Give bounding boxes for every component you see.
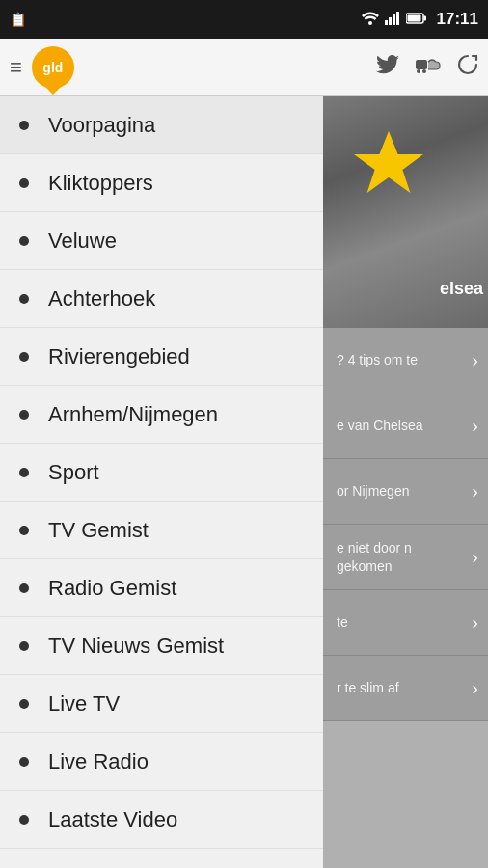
content-item[interactable]: or Nijmegen› <box>323 459 488 525</box>
sidebar-item-voorpagina[interactable]: Voorpagina <box>0 96 323 154</box>
content-items-list: ? 4 tips om te›e van Chelsea›or Nijmegen… <box>323 328 488 721</box>
main-layout: VoorpaginaKliktoppersVeluweAchterhoekRiv… <box>0 96 488 868</box>
svg-rect-4 <box>396 12 399 25</box>
sidebar: VoorpaginaKliktoppersVeluweAchterhoekRiv… <box>0 96 323 868</box>
sidebar-item-label: Sport <box>48 460 99 485</box>
sidebar-item-label: Kliktoppers <box>48 171 153 196</box>
app-logo: gld <box>32 46 74 89</box>
svg-rect-2 <box>389 17 392 25</box>
sidebar-item-label: TV Nieuws Gemist <box>48 634 224 659</box>
sidebar-bullet <box>19 526 29 535</box>
status-left-icons: 📋 <box>10 12 26 27</box>
content-area: elsea ? 4 tips om te›e van Chelsea›or Ni… <box>323 96 488 868</box>
twitter-icon[interactable] <box>376 55 399 80</box>
content-item-text: or Nijmegen <box>337 482 464 500</box>
sidebar-item-laatste-video[interactable]: Laatste Video <box>0 791 323 849</box>
sidebar-bullet <box>19 699 29 709</box>
sidebar-item-tv-gemist[interactable]: TV Gemist <box>0 502 323 559</box>
sidebar-item-label: Radio Gemist <box>48 576 176 601</box>
hamburger-button[interactable]: ≡ <box>10 55 22 80</box>
sidebar-bullet <box>19 641 29 651</box>
signal-icon <box>385 12 400 28</box>
svg-point-10 <box>422 69 426 73</box>
sidebar-item-kliktoppers[interactable]: Kliktoppers <box>0 154 323 212</box>
content-item[interactable]: ? 4 tips om te› <box>323 328 488 393</box>
svg-rect-7 <box>407 14 420 21</box>
sidebar-item-radio-gemist[interactable]: Radio Gemist <box>0 559 323 617</box>
sidebar-item-label: Arnhem/Nijmegen <box>48 402 218 427</box>
chevron-right-icon: › <box>472 546 478 568</box>
sidebar-item-label: Laatste Audio <box>48 865 176 869</box>
sidebar-item-label: Achterhoek <box>48 286 155 312</box>
notification-icon: 📋 <box>10 12 26 27</box>
sidebar-bullet <box>19 468 29 477</box>
sidebar-item-label: Live TV <box>48 692 120 717</box>
refresh-icon[interactable] <box>457 54 478 81</box>
sidebar-bullet <box>19 410 29 420</box>
battery-icon <box>406 13 427 27</box>
sidebar-bullet <box>19 352 29 362</box>
svg-point-9 <box>417 69 420 73</box>
traffic-weather-icon[interactable] <box>415 54 442 81</box>
content-item-text: e niet door n gekomen <box>337 539 464 574</box>
chevron-right-icon: › <box>472 349 478 371</box>
status-bar: 📋 17:11 <box>0 0 488 39</box>
sidebar-item-arnhem-nijmegen[interactable]: Arnhem/Nijmegen <box>0 386 323 444</box>
status-time: 17:11 <box>437 10 478 29</box>
sidebar-item-rivierengebied[interactable]: Rivierengebied <box>0 328 323 386</box>
svg-rect-1 <box>385 20 388 25</box>
content-hero-image: elsea <box>323 96 488 328</box>
sidebar-bullet <box>19 178 29 188</box>
sidebar-bullet <box>19 815 29 825</box>
sidebar-bullet <box>19 757 29 767</box>
app-header: ≡ gld <box>0 39 488 96</box>
sidebar-item-label: Live Radio <box>48 749 149 774</box>
wifi-icon <box>362 12 379 28</box>
chelsea-text: elsea <box>440 279 483 299</box>
status-right-icons: 17:11 <box>362 10 478 29</box>
content-item-text: te <box>337 613 464 631</box>
sidebar-item-live-tv[interactable]: Live TV <box>0 675 323 733</box>
header-right-icons <box>376 54 478 81</box>
content-item[interactable]: te› <box>323 590 488 656</box>
sidebar-item-sport[interactable]: Sport <box>0 444 323 502</box>
sidebar-item-label: Veluwe <box>48 229 117 254</box>
content-item[interactable]: r te slim af› <box>323 656 488 721</box>
content-item-text: e van Chelsea <box>337 417 464 434</box>
svg-point-0 <box>368 21 372 25</box>
sidebar-bullet <box>19 583 29 593</box>
logo-text: gld <box>42 60 63 75</box>
sidebar-item-label: Voorpagina <box>48 113 155 138</box>
sidebar-item-veluwe[interactable]: Veluwe <box>0 212 323 270</box>
chevron-right-icon: › <box>472 611 478 634</box>
sidebar-item-achterhoek[interactable]: Achterhoek <box>0 270 323 328</box>
svg-rect-3 <box>393 14 395 25</box>
content-item-text: r te slim af <box>337 679 464 696</box>
sidebar-item-label: Rivierengebied <box>48 344 190 369</box>
chevron-right-icon: › <box>472 677 478 699</box>
chevron-right-icon: › <box>472 415 478 437</box>
sidebar-item-live-radio[interactable]: Live Radio <box>0 733 323 791</box>
content-item-text: ? 4 tips om te <box>337 351 464 368</box>
sidebar-bullet <box>19 121 29 130</box>
sidebar-item-label: TV Gemist <box>48 518 149 543</box>
sidebar-item-label: Laatste Video <box>48 807 177 832</box>
sidebar-bullet <box>19 236 29 246</box>
chevron-right-icon: › <box>472 480 478 502</box>
content-item[interactable]: e van Chelsea› <box>323 393 488 459</box>
svg-rect-8 <box>416 60 427 69</box>
sidebar-bullet <box>19 294 29 304</box>
svg-rect-6 <box>423 15 426 20</box>
sidebar-item-tv-nieuws-gemist[interactable]: TV Nieuws Gemist <box>0 617 323 675</box>
content-item[interactable]: e niet door n gekomen› <box>323 525 488 590</box>
sidebar-item-laatste-audio[interactable]: Laatste Audio <box>0 849 323 868</box>
